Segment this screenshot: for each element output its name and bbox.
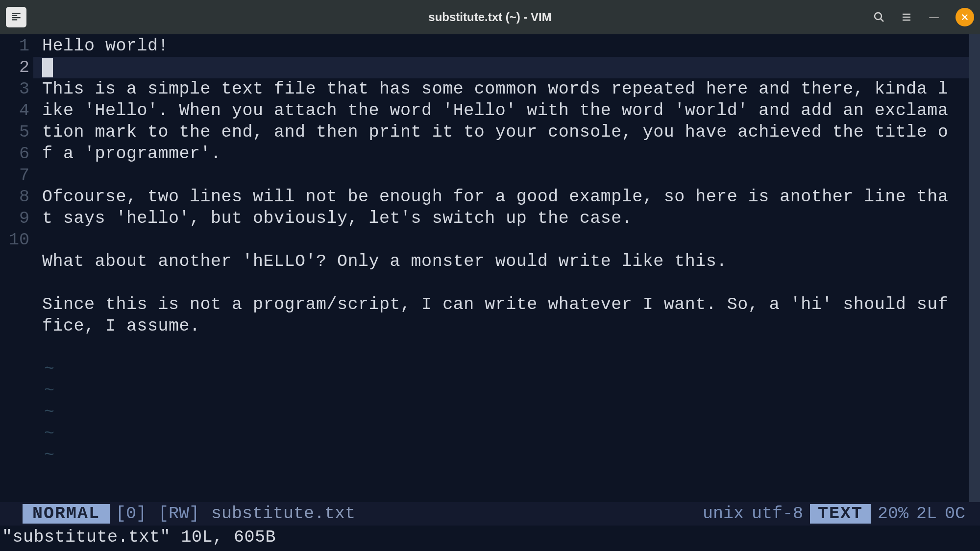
- empty-line-tilde: ~: [42, 402, 969, 423]
- text-line[interactable]: This is a simple text file that has some…: [42, 78, 969, 100]
- text-line[interactable]: Hello world!: [42, 35, 969, 57]
- encoding: utf-8: [752, 504, 803, 524]
- text-line[interactable]: What about another 'hELLO'? Only a monst…: [42, 251, 969, 272]
- column-indicator: 0C: [945, 504, 965, 524]
- line-number: 6: [0, 143, 33, 165]
- line-indicator: 2L: [916, 504, 937, 524]
- text-content[interactable]: Hello world!This is a simple text file t…: [33, 34, 969, 502]
- svg-point-0: [875, 13, 882, 20]
- titlebar: substitute.txt (~) - VIM —: [0, 0, 980, 34]
- line-number: 4: [0, 100, 33, 121]
- empty-line-tilde: ~: [42, 423, 969, 445]
- line-number: 7: [0, 165, 33, 186]
- modified-indicator: [0]: [110, 504, 152, 524]
- text-line[interactable]: fice, I assume.: [42, 315, 969, 337]
- text-line[interactable]: [42, 272, 969, 294]
- readwrite-indicator: [RW]: [152, 504, 205, 524]
- menu-button[interactable]: [895, 5, 918, 29]
- empty-line-tilde: ~: [42, 380, 969, 402]
- text-line[interactable]: Since this is not a program/script, I ca…: [42, 294, 969, 315]
- text-line[interactable]: Ofcourse, two lines will not be enough f…: [42, 186, 969, 208]
- terminal-icon[interactable]: [6, 7, 26, 27]
- line-number: 2: [0, 57, 33, 78]
- empty-line-tilde: ~: [42, 359, 969, 380]
- search-button[interactable]: [867, 5, 891, 29]
- line-number: 9: [0, 208, 33, 229]
- mode-indicator: NORMAL: [23, 504, 110, 524]
- titlebar-left: [6, 7, 26, 27]
- line-number-gutter: 12345678910: [0, 34, 33, 502]
- status-line: NORMAL [0] [RW] substitute.txt unix utf-…: [0, 502, 980, 551]
- file-format: unix: [703, 504, 744, 524]
- text-line[interactable]: f a 'programmer'.: [42, 143, 969, 165]
- line-number: 5: [0, 121, 33, 143]
- text-line[interactable]: tion mark to the end, and then print it …: [42, 121, 969, 143]
- command-message: "substitute.txt" 10L, 605B: [0, 526, 980, 551]
- minimize-button[interactable]: —: [922, 5, 946, 29]
- line-number: 8: [0, 186, 33, 208]
- window-title: substitute.txt (~) - VIM: [428, 10, 551, 24]
- line-number: 3: [0, 78, 33, 100]
- status-right: unix utf-8 TEXT 20% 2L 0C: [703, 504, 980, 524]
- empty-line-tilde: ~: [42, 445, 969, 466]
- text-line[interactable]: [42, 57, 969, 78]
- cursor: [42, 58, 53, 77]
- vim-window: substitute.txt (~) - VIM —: [0, 0, 980, 551]
- line-number: 10: [0, 229, 33, 251]
- text-line[interactable]: [42, 165, 969, 186]
- line-number: 1: [0, 35, 33, 57]
- text-line[interactable]: [42, 337, 969, 359]
- titlebar-right: —: [867, 5, 974, 29]
- close-button[interactable]: [956, 8, 974, 26]
- text-line[interactable]: [42, 229, 969, 251]
- scrollbar[interactable]: [969, 34, 980, 502]
- percent-indicator: 20%: [878, 504, 908, 524]
- text-line[interactable]: t says 'hello', but obviously, let's swi…: [42, 208, 969, 229]
- status-filename: substitute.txt: [205, 504, 361, 524]
- text-line[interactable]: ike 'Hello'. When you attach the word 'H…: [42, 100, 969, 121]
- filetype-badge: TEXT: [810, 504, 871, 524]
- svg-line-1: [881, 19, 883, 22]
- editor-area[interactable]: 12345678910 Hello world!This is a simple…: [0, 34, 980, 502]
- status-row-main: NORMAL [0] [RW] substitute.txt unix utf-…: [0, 502, 980, 526]
